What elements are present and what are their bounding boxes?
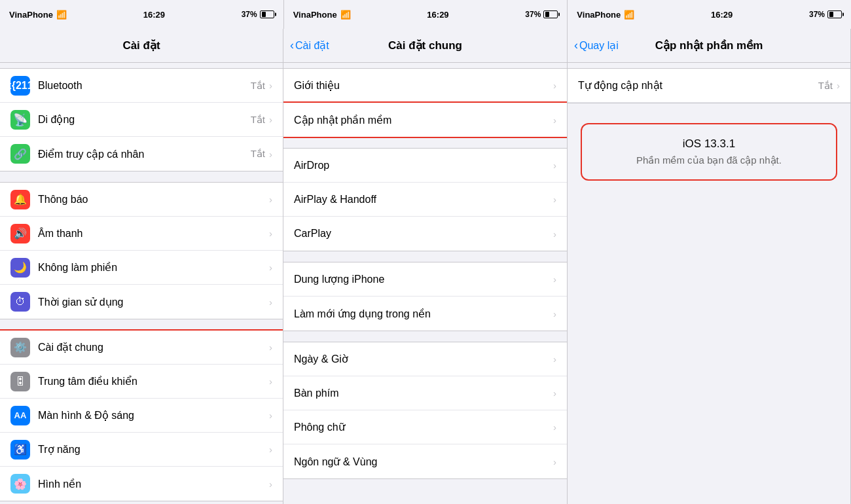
back-label-3: Quay lại xyxy=(579,39,619,52)
notifications-chevron: › xyxy=(269,194,272,205)
carrier-3: VinaPhone xyxy=(577,10,621,20)
banphim-chevron: › xyxy=(553,387,556,399)
item-banphim[interactable]: Bàn phím › xyxy=(283,376,567,410)
hotspot-label: Điểm truy cập cá nhân xyxy=(38,148,251,160)
display-icon: AA xyxy=(10,406,30,425)
cellular-chevron: › xyxy=(269,114,272,125)
screentime-chevron: › xyxy=(269,297,272,308)
panel2-content: Giới thiệu › Cập nhật phần mềm › AirDrop… xyxy=(283,63,567,504)
panel1-content: &#x{211D}; Bluetooth Tắt › 📡 Di động Tắt… xyxy=(0,63,283,504)
notifications-icon: 🔔 xyxy=(10,190,30,209)
general-label: Cài đặt chung xyxy=(38,341,269,353)
item-gioithieu[interactable]: Giới thiệu › xyxy=(283,69,567,103)
item-ngaygiogio[interactable]: Ngày & Giờ › xyxy=(283,342,567,376)
panel2-header: ‹ Cài đặt Cài đặt chung xyxy=(283,29,567,63)
panel-general: ‹ Cài đặt Cài đặt chung Giới thiệu › Cập… xyxy=(283,29,568,504)
battery-icon-2 xyxy=(543,10,558,18)
panels-container: Cài đặt &#x{211D}; Blu xyxy=(0,29,851,504)
bluetooth-chevron: › xyxy=(269,80,272,91)
item-notifications[interactable]: 🔔 Thông báo › xyxy=(0,183,283,217)
dungluong-label: Dung lượng iPhone xyxy=(294,273,553,285)
status-right-2: 37% xyxy=(525,10,558,19)
item-dnd[interactable]: 🌙 Không làm phiền › xyxy=(0,251,283,285)
item-hotspot[interactable]: 🔗 Điểm truy cập cá nhân Tắt › xyxy=(0,137,283,171)
controlcenter-chevron: › xyxy=(269,376,272,387)
section-general: ⚙️ Cài đặt chung › 🎛 Trung tâm điều khiể… xyxy=(0,330,283,501)
item-screentime[interactable]: ⏱ Thời gian sử dụng › xyxy=(0,285,283,319)
carrier-1: VinaPhone xyxy=(9,10,53,20)
item-wallpaper[interactable]: 🌸 Hình nền › xyxy=(0,467,283,501)
status-left-2: VinaPhone 📶 xyxy=(293,10,351,20)
item-lammoi[interactable]: Làm mới ứng dụng trong nền › xyxy=(283,297,567,331)
dnd-chevron: › xyxy=(269,262,272,273)
battery-pct-2: 37% xyxy=(525,10,541,19)
back-button-2[interactable]: ‹ Cài đặt xyxy=(290,39,329,52)
airdrop-label: AirDrop xyxy=(294,160,553,171)
screentime-icon: ⏱ xyxy=(10,292,30,312)
section-connectivity: &#x{211D}; Bluetooth Tắt › 📡 Di động Tắt… xyxy=(0,68,283,171)
general-chevron: › xyxy=(269,342,272,353)
wallpaper-label: Hình nền xyxy=(38,478,269,490)
sounds-label: Âm thanh xyxy=(38,228,269,240)
gioithieu-label: Giới thiệu xyxy=(294,79,553,92)
ngaygiogio-label: Ngày & Giờ xyxy=(294,353,553,365)
item-capnhat[interactable]: Cập nhật phần mềm › xyxy=(283,103,567,137)
item-display[interactable]: AA Màn hình & Độ sáng › xyxy=(0,399,283,433)
bluetooth-label: Bluetooth xyxy=(38,80,251,92)
panel3-title: Cập nhật phần mềm xyxy=(655,39,763,52)
wallpaper-chevron: › xyxy=(269,478,272,490)
section-top: Giới thiệu › Cập nhật phần mềm › xyxy=(283,68,567,137)
airplay-label: AirPlay & Handoff xyxy=(294,194,553,206)
item-carplay[interactable]: CarPlay › xyxy=(283,217,567,251)
item-accessibility[interactable]: ♿ Trợ năng › xyxy=(0,433,283,467)
ngonnguvung-label: Ngôn ngữ & Vùng xyxy=(294,456,553,468)
panel-settings: Cài đặt &#x{211D}; Blu xyxy=(0,29,283,504)
section-auto-update: Tự động cập nhật Tắt › xyxy=(568,68,850,103)
panel1-header: Cài đặt xyxy=(0,29,283,63)
status-bar-2: VinaPhone 📶 16:29 37% xyxy=(284,0,568,29)
time-2: 16:29 xyxy=(427,10,448,20)
section-datetime: Ngày & Giờ › Bàn phím › Phông chữ › Ngôn… xyxy=(283,342,567,479)
status-left-3: VinaPhone 📶 xyxy=(577,10,634,20)
ngaygiogio-chevron: › xyxy=(553,353,556,365)
display-chevron: › xyxy=(269,410,272,421)
item-phongchu[interactable]: Phông chữ › xyxy=(283,410,567,444)
lammoi-chevron: › xyxy=(553,308,556,319)
item-controlcenter[interactable]: 🎛 Trung tâm điều khiển › xyxy=(0,365,283,399)
phongchu-chevron: › xyxy=(553,422,556,433)
wifi-icon-1: 📶 xyxy=(56,10,67,20)
carplay-chevron: › xyxy=(553,228,556,240)
item-bluetooth[interactable]: &#x{211D}; Bluetooth Tắt › xyxy=(0,69,283,103)
battery-pct-1: 37% xyxy=(242,10,257,19)
dnd-icon: 🌙 xyxy=(10,258,30,278)
item-dungluong[interactable]: Dung lượng iPhone › xyxy=(283,262,567,297)
item-general[interactable]: ⚙️ Cài đặt chung › xyxy=(0,331,283,365)
banphim-label: Bàn phím xyxy=(294,387,553,399)
accessibility-icon: ♿ xyxy=(10,440,30,459)
auto-update-value: Tắt xyxy=(818,80,833,92)
auto-update-label: Tự động cập nhật xyxy=(578,79,818,92)
status-right-1: 37% xyxy=(242,10,274,19)
item-auto-update[interactable]: Tự động cập nhật Tắt › xyxy=(568,69,850,103)
panel1-title: Cài đặt xyxy=(122,39,160,52)
item-cellular[interactable]: 📡 Di động Tắt › xyxy=(0,103,283,137)
item-sounds[interactable]: 🔊 Âm thanh › xyxy=(0,217,283,251)
item-ngonnguvung[interactable]: Ngôn ngữ & Vùng › xyxy=(283,444,567,478)
dnd-label: Không làm phiền xyxy=(38,261,269,274)
accessibility-label: Trợ năng xyxy=(38,443,269,456)
section-notifications: 🔔 Thông báo › 🔊 Âm thanh › 🌙 Không làm p… xyxy=(0,182,283,319)
chevron-left-3: ‹ xyxy=(574,39,578,52)
controlcenter-icon: 🎛 xyxy=(10,372,30,391)
status-left-1: VinaPhone 📶 xyxy=(9,10,67,20)
wallpaper-icon: 🌸 xyxy=(10,474,30,494)
ios-version-title: iOS 13.3.1 xyxy=(595,137,823,151)
item-airdrop[interactable]: AirDrop › xyxy=(283,149,567,183)
status-right-3: 37% xyxy=(809,10,842,19)
notifications-label: Thông báo xyxy=(38,194,269,206)
battery-pct-3: 37% xyxy=(809,10,825,19)
back-button-3[interactable]: ‹ Quay lại xyxy=(574,39,619,52)
ios-version-box: iOS 13.3.1 Phần mềm của bạn đã cập nhật. xyxy=(581,123,837,181)
panel2-title: Cài đặt chung xyxy=(388,39,462,52)
cellular-icon: 📡 xyxy=(10,110,30,130)
item-airplay[interactable]: AirPlay & Handoff › xyxy=(283,183,567,217)
